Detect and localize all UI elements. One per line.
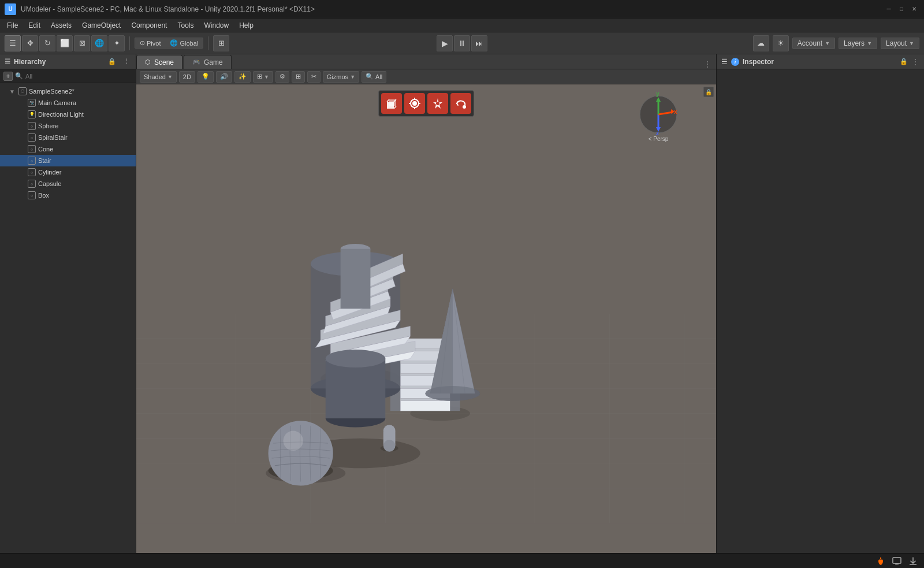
scene-toolbar: Shaded ▼ 2D 💡 🔊 ✨ ⊞ ▼ ⚙ ⊞ ✂ Gizmos ▼ 🔍 A…	[136, 69, 716, 84]
game-tab[interactable]: 🎮 Game	[184, 55, 232, 69]
lights-button[interactable]: 💡	[198, 71, 214, 83]
inspector-lock-button[interactable]: 🔒	[900, 58, 908, 65]
layout-button[interactable]: Layout ▼	[881, 38, 919, 49]
app-icon: U	[5, 3, 16, 15]
toolbar-divider-1	[129, 36, 130, 50]
hierarchy-item-spiralstair[interactable]: ○ SpiralStair	[0, 132, 136, 143]
scale-tool-button[interactable]: ⬜	[57, 35, 73, 51]
scene-panel-more-button[interactable]: ⋮	[699, 60, 716, 69]
play-button[interactable]: ▶	[437, 35, 453, 51]
window-controls: ─ □ ✕	[884, 4, 919, 14]
grid-toggle-button[interactable]: ⊞	[292, 71, 305, 83]
svg-point-47	[425, 386, 480, 401]
step-button[interactable]: ⏭	[471, 35, 487, 51]
maximize-button[interactable]: □	[896, 4, 907, 14]
rotate-tool-button[interactable]: ↻	[39, 35, 55, 51]
close-button[interactable]: ✕	[909, 4, 919, 14]
app-title: UModeler - SampleScene2 - PC, Mac & Linu…	[21, 5, 879, 13]
audio-button[interactable]: 🔊	[216, 71, 232, 83]
menu-gameobject[interactable]: GameObject	[77, 20, 125, 31]
svg-rect-79	[893, 558, 901, 563]
umodeler-toolbar	[378, 90, 474, 117]
hierarchy-item-maincamera[interactable]: 📷 Main Camera	[0, 97, 136, 109]
hierarchy-item-cylinder[interactable]: ○ Cylinder	[0, 166, 136, 178]
stair-label: Stair	[38, 157, 51, 164]
svg-point-21	[283, 431, 303, 451]
gizmos-button[interactable]: Gizmos ▼	[323, 71, 359, 83]
pivot-button[interactable]: ⊙ Pivot	[135, 38, 165, 48]
inspector-more-button[interactable]: ⋮	[911, 57, 919, 66]
toolbar-right: ☁ ☀ Account ▼ Layers ▼ Layout ▼	[753, 35, 919, 51]
minimize-button[interactable]: ─	[884, 4, 894, 14]
svg-rect-64	[414, 107, 415, 109]
scene-label: SampleScene2*	[29, 88, 74, 95]
pivot-label: Pivot	[147, 40, 161, 47]
umodeler-gear-button[interactable]	[404, 93, 425, 114]
custom-tool-button[interactable]: ✦	[109, 35, 125, 51]
hierarchy-item-cone[interactable]: ○ Cone	[0, 143, 136, 155]
viewport[interactable]: x y z < Persp 🔒	[136, 84, 716, 553]
layers-filter-button[interactable]: ⊞ ▼	[253, 71, 273, 83]
hierarchy-item-scene[interactable]: ▼ ⬡ SampleScene2*	[0, 86, 136, 97]
shaded-button[interactable]: Shaded ▼	[140, 71, 177, 83]
hierarchy-search-bar: + 🔍	[0, 69, 136, 83]
hierarchy-search-input[interactable]	[25, 73, 132, 80]
rect-tool-button[interactable]: ⊠	[74, 35, 90, 51]
hierarchy-lock-button[interactable]: 🔒	[106, 57, 118, 66]
expand-arrow-scene: ▼	[9, 88, 16, 95]
svg-rect-52	[341, 249, 371, 309]
global-button[interactable]: 🌐 Global	[165, 38, 203, 48]
box-label: Box	[38, 192, 49, 199]
svg-rect-26	[400, 401, 450, 411]
umodeler-star-button[interactable]	[427, 93, 448, 114]
shaded-label: Shaded	[144, 73, 166, 80]
status-monitor-button[interactable]	[891, 555, 903, 567]
fx-button[interactable]: ✨	[234, 71, 251, 83]
hierarchy-item-box[interactable]: ○ Box	[0, 190, 136, 201]
scene-tab[interactable]: ⬡ Scene	[136, 55, 182, 69]
status-bar	[0, 553, 924, 568]
umodeler-undo-button[interactable]	[450, 93, 471, 114]
viewport-lock-button[interactable]: 🔒	[703, 87, 714, 97]
2d-button[interactable]: 2D	[179, 71, 195, 83]
lighting-button[interactable]: ☀	[773, 35, 789, 51]
status-download-button[interactable]	[907, 555, 919, 567]
umodeler-cube-button[interactable]	[381, 93, 402, 114]
layers-filter-chevron-icon: ▼	[264, 74, 269, 80]
menu-window[interactable]: Window	[199, 20, 233, 31]
hierarchy-add-button[interactable]: +	[3, 72, 13, 81]
extras-button[interactable]: ⚙	[275, 71, 289, 83]
menu-edit[interactable]: Edit	[24, 20, 45, 31]
layers-button[interactable]: Layers ▼	[839, 38, 877, 49]
inspector-content	[717, 69, 924, 553]
dirlight-label: Directional Light	[38, 111, 84, 118]
cloud-button[interactable]: ☁	[753, 35, 769, 51]
account-button[interactable]: Account ▼	[792, 38, 835, 49]
search-all-icon: 🔍	[366, 73, 374, 80]
hierarchy-item-stair[interactable]: ○ Stair	[0, 155, 136, 166]
hierarchy-item-capsule[interactable]: ○ Capsule	[0, 178, 136, 190]
search-all-button[interactable]: 🔍 All	[362, 71, 386, 83]
transform-tool-button[interactable]: 🌐	[91, 35, 107, 51]
hierarchy-item-dirlight[interactable]: 💡 Directional Light	[0, 109, 136, 120]
menu-help[interactable]: Help	[234, 20, 258, 31]
pivot-icon: ⊙	[140, 39, 145, 47]
viewport-gizmo[interactable]: x y z < Persp	[635, 90, 681, 142]
hand-tool-button[interactable]: ☰	[5, 35, 21, 51]
status-fire-button[interactable]	[874, 555, 887, 567]
hierarchy-item-sphere[interactable]: ○ Sphere	[0, 120, 136, 132]
move-tool-button[interactable]: ✥	[22, 35, 38, 51]
pause-button[interactable]: ⏸	[454, 35, 470, 51]
menu-file[interactable]: File	[2, 20, 23, 31]
hierarchy-panel: ☰ Hierarchy 🔒 ⋮ + 🔍 ▼ ⬡ SampleScene2* 📷 …	[0, 54, 136, 553]
hierarchy-more-button[interactable]: ⋮	[121, 57, 131, 66]
menu-assets[interactable]: Assets	[46, 20, 76, 31]
svg-point-24	[383, 425, 396, 437]
grid-button[interactable]: ⊞	[213, 35, 229, 51]
menu-tools[interactable]: Tools	[173, 20, 198, 31]
2d-label: 2D	[183, 73, 191, 80]
svg-rect-63	[414, 98, 415, 100]
shaded-chevron-icon: ▼	[167, 74, 173, 80]
menu-component[interactable]: Component	[126, 20, 172, 31]
search-icon-btn[interactable]: ✂	[307, 71, 321, 83]
